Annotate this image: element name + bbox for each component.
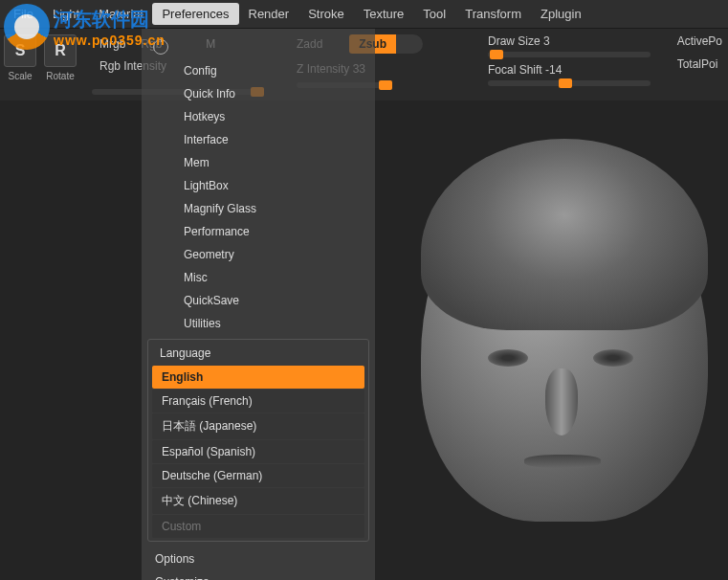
menu-tool[interactable]: Tool bbox=[413, 3, 455, 25]
focal-shift-slider[interactable] bbox=[488, 80, 651, 86]
lang-french[interactable]: Français (French) bbox=[152, 390, 364, 413]
pref-quick-info[interactable]: Quick Info bbox=[142, 82, 375, 105]
refresh-icon[interactable] bbox=[153, 39, 168, 55]
lang-english[interactable]: English bbox=[152, 366, 364, 389]
language-header[interactable]: Language bbox=[150, 342, 366, 365]
menu-transform[interactable]: Transform bbox=[455, 3, 531, 25]
pref-quicksave[interactable]: QuickSave bbox=[142, 289, 375, 312]
mrgb-toggle[interactable]: Mrgb bbox=[92, 34, 133, 54]
draw-size-label: Draw Size 3 bbox=[488, 34, 651, 48]
menu-zplugin[interactable]: Zplugin bbox=[531, 3, 591, 25]
sculpt-model[interactable] bbox=[402, 100, 727, 579]
pref-hotkeys[interactable]: Hotkeys bbox=[142, 105, 375, 128]
menu-texture[interactable]: Texture bbox=[354, 3, 414, 25]
rotate-icon: R bbox=[44, 34, 77, 67]
menu-stroke[interactable]: Stroke bbox=[298, 3, 354, 25]
preferences-dropdown: Config Quick Info Hotkeys Interface Mem … bbox=[142, 29, 375, 580]
menu-render[interactable]: Render bbox=[239, 3, 299, 25]
active-points-label: ActivePo bbox=[677, 34, 722, 48]
menu-light[interactable]: Light bbox=[43, 3, 89, 25]
zsub-tail bbox=[396, 34, 423, 54]
lang-custom[interactable]: Custom bbox=[152, 515, 364, 538]
pref-mem[interactable]: Mem bbox=[142, 151, 375, 174]
pref-utilities[interactable]: Utilities bbox=[142, 312, 375, 335]
rotate-button[interactable]: R Rotate bbox=[44, 34, 77, 81]
lang-japanese[interactable]: 日本語 (Japanese) bbox=[152, 413, 364, 439]
scale-icon: S bbox=[4, 34, 36, 67]
pref-magnify-glass[interactable]: Magnify Glass bbox=[142, 197, 375, 220]
pref-lightbox[interactable]: LightBox bbox=[142, 174, 375, 197]
total-points-label: TotalPoi bbox=[677, 57, 722, 71]
menubar: File Light Material Preferences Render S… bbox=[0, 0, 728, 29]
lang-german[interactable]: Deutsche (German) bbox=[152, 464, 364, 487]
z-intensity-knob[interactable] bbox=[379, 80, 392, 90]
draw-size-knob[interactable] bbox=[490, 50, 503, 59]
pref-geometry[interactable]: Geometry bbox=[142, 243, 375, 266]
lang-chinese[interactable]: 中文 (Chinese) bbox=[152, 488, 364, 514]
rotate-label: Rotate bbox=[46, 71, 74, 81]
scale-button[interactable]: S Scale bbox=[4, 34, 36, 81]
pref-misc[interactable]: Misc bbox=[142, 266, 375, 289]
lang-spanish[interactable]: Español (Spanish) bbox=[152, 440, 364, 463]
pref-performance[interactable]: Performance bbox=[142, 220, 375, 243]
menu-file[interactable]: File bbox=[4, 3, 43, 25]
pref-options[interactable]: Options bbox=[142, 547, 375, 570]
language-panel: Language English Français (French) 日本語 (… bbox=[147, 339, 369, 542]
scale-label: Scale bbox=[8, 71, 32, 81]
pref-customize[interactable]: Customize bbox=[142, 570, 375, 580]
menu-material[interactable]: Material bbox=[89, 3, 152, 25]
menu-preferences[interactable]: Preferences bbox=[152, 3, 238, 25]
draw-size-slider[interactable] bbox=[488, 52, 651, 57]
pref-config[interactable]: Config bbox=[142, 59, 375, 82]
focal-shift-label: Focal Shift -14 bbox=[488, 63, 651, 77]
focal-shift-knob[interactable] bbox=[559, 78, 572, 88]
pref-interface[interactable]: Interface bbox=[142, 128, 375, 151]
